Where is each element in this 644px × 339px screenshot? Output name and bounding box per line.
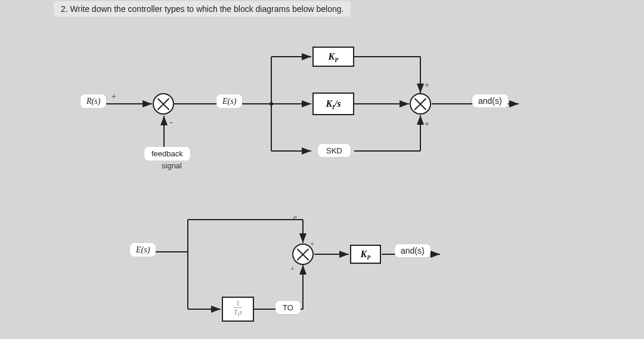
branch-e-label: e	[293, 212, 297, 222]
kp2-letter: K	[361, 249, 367, 259]
int-den-s: s	[240, 308, 243, 316]
sum3-plus-bottom: +	[290, 265, 295, 274]
output-label-and-s-2: and(s)	[395, 244, 431, 257]
int-den-T: T	[234, 308, 238, 316]
to-label-text: TO	[283, 303, 293, 312]
block-integrator: 1 TIs	[222, 297, 254, 322]
diagram2-wires	[0, 0, 644, 339]
input-label-es-2: E(s)	[130, 243, 156, 257]
block-kp-2: KP	[350, 245, 381, 264]
input-es-2-text: E(s)	[136, 245, 150, 254]
sum3-plus-top: +	[310, 240, 314, 249]
to-label: TO	[275, 301, 301, 314]
int-num: 1	[234, 300, 242, 308]
diagram-2: E(s) e + + 1 TIs TO KP and(s)	[0, 0, 644, 339]
kp2-sub: P	[367, 254, 370, 261]
output-and-s-2-text: and(s)	[401, 246, 425, 255]
